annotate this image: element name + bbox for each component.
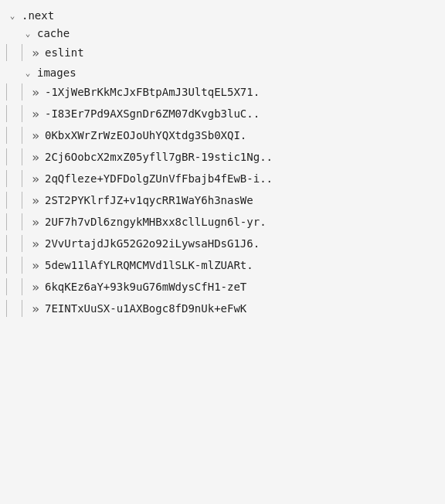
tree-item-label: 2ST2PYKlrfJZ+v1qycRR1WaY6h3nasWe: [45, 194, 253, 206]
tree-item-label: eslint: [45, 46, 84, 59]
tree-item-item5[interactable]: »2qQfleze+YDFDolgZUnVfFbajb4fEwB-i..: [0, 168, 445, 189]
chevron-right-icon: »: [29, 129, 42, 141]
chevron-down-icon: ⌄: [22, 27, 34, 39]
tree-item-label: 2UF7h7vDl6zngykMHBxx8cllLugn6l-yr.: [45, 216, 267, 228]
tree-item-label: 2Cj6OobcX2mxZ05yfll7gBR-19stic1Ng..: [45, 151, 273, 163]
chevron-right-icon: »: [29, 194, 42, 206]
tree-item-eslint[interactable]: »eslint: [0, 42, 445, 63]
tree-item-next[interactable]: ⌄.next: [0, 6, 445, 24]
chevron-right-icon: »: [29, 151, 42, 163]
tree-item-label: 7EINTxUuSX-u1AXBogc8fD9nUk+eFwK: [45, 302, 246, 315]
chevron-right-icon: »: [29, 216, 42, 228]
tree-item-label: cache: [37, 27, 70, 39]
tree-item-cache[interactable]: ⌄cache: [0, 24, 445, 42]
tree-item-label: .next: [22, 9, 54, 22]
tree-item-item6[interactable]: »2ST2PYKlrfJZ+v1qycRR1WaY6h3nasWe: [0, 189, 445, 211]
tree-item-item8[interactable]: »2VvUrtajdJkG52G2o92iLywsaHDsG1J6.: [0, 233, 445, 254]
chevron-down-icon: ⌄: [6, 9, 19, 22]
tree-item-item2[interactable]: »-I83Er7Pd9AXSgnDr6ZM07dKvgb3luC..: [0, 103, 445, 124]
tree-item-label: 2VvUrtajdJkG52G2o92iLywsaHDsG1J6.: [45, 237, 260, 250]
tree-item-label: -I83Er7Pd9AXSgnDr6ZM07dKvgb3luC..: [45, 107, 260, 120]
tree-item-label: 0KbxXWrZrWzEOJoUhYQXtdg3Sb0XQI.: [45, 129, 246, 141]
chevron-right-icon: »: [29, 302, 42, 315]
chevron-right-icon: »: [29, 46, 42, 59]
chevron-right-icon: »: [29, 259, 42, 271]
tree-item-label: 5dew11lAfYLRQMCMVd1lSLK-mlZUARt.: [45, 259, 253, 271]
chevron-down-icon: ⌄: [22, 66, 34, 79]
tree-item-label: 6kqKEz6aY+93k9uG76mWdysCfH1-zeT: [45, 281, 246, 293]
file-tree: ⌄.next⌄cache»eslint⌄images»-1XjWeBrKkMcJ…: [0, 0, 445, 325]
tree-item-item7[interactable]: »2UF7h7vDl6zngykMHBxx8cllLugn6l-yr.: [0, 211, 445, 233]
chevron-right-icon: »: [29, 107, 42, 120]
tree-item-item9[interactable]: »5dew11lAfYLRQMCMVd1lSLK-mlZUARt.: [0, 254, 445, 276]
chevron-right-icon: »: [29, 172, 42, 185]
tree-item-item1[interactable]: »-1XjWeBrKkMcJxFBtpAmJ3UltqEL5X71.: [0, 81, 445, 103]
tree-item-images[interactable]: ⌄images: [0, 63, 445, 81]
tree-item-label: -1XjWeBrKkMcJxFBtpAmJ3UltqEL5X71.: [45, 86, 260, 98]
chevron-right-icon: »: [29, 281, 42, 293]
chevron-right-icon: »: [29, 86, 42, 98]
tree-item-item10[interactable]: »6kqKEz6aY+93k9uG76mWdysCfH1-zeT: [0, 276, 445, 298]
tree-item-label: images: [37, 66, 76, 79]
tree-item-item11[interactable]: »7EINTxUuSX-u1AXBogc8fD9nUk+eFwK: [0, 298, 445, 319]
tree-item-item3[interactable]: »0KbxXWrZrWzEOJoUhYQXtdg3Sb0XQI.: [0, 124, 445, 146]
tree-item-item4[interactable]: »2Cj6OobcX2mxZ05yfll7gBR-19stic1Ng..: [0, 146, 445, 168]
chevron-right-icon: »: [29, 237, 42, 250]
tree-item-label: 2qQfleze+YDFDolgZUnVfFbajb4fEwB-i..: [45, 172, 273, 185]
